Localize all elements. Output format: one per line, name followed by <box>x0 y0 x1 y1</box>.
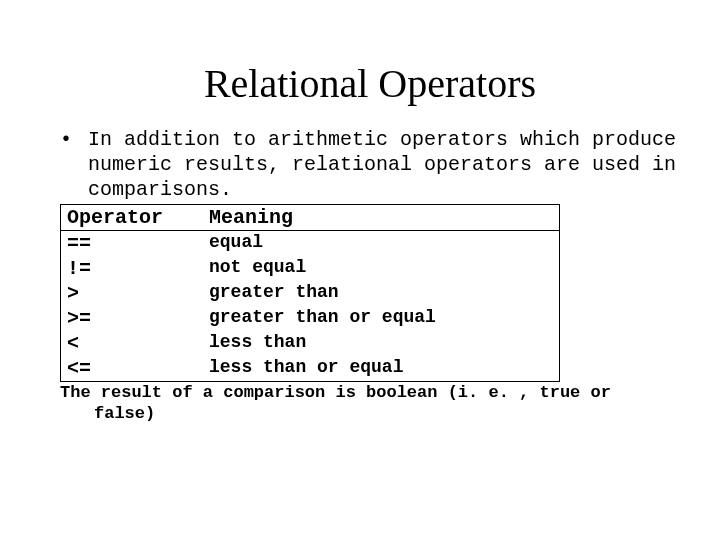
cell-operator: == <box>61 231 204 257</box>
footnote: The result of a comparison is boolean (i… <box>60 382 680 425</box>
cell-operator: > <box>61 281 204 306</box>
cell-operator: >= <box>61 306 204 331</box>
cell-meaning: not equal <box>203 256 560 281</box>
bullet-text: In addition to arithmetic operators whic… <box>88 127 680 202</box>
operators-table-wrap: Operator Meaning == equal != not equal > <box>60 204 560 382</box>
table-row: < less than <box>61 331 560 356</box>
table-row: == equal <box>61 231 560 257</box>
cell-operator: != <box>61 256 204 281</box>
cell-meaning: greater than <box>203 281 560 306</box>
header-meaning: Meaning <box>203 205 560 231</box>
cell-meaning: equal <box>203 231 560 257</box>
slide-title: Relational Operators <box>60 60 680 107</box>
operators-table: Operator Meaning == equal != not equal > <box>60 204 560 382</box>
bullet-dot: • <box>60 127 88 202</box>
cell-operator: < <box>61 331 204 356</box>
table-row: != not equal <box>61 256 560 281</box>
slide: Relational Operators • In addition to ar… <box>0 0 720 540</box>
footnote-text: The result of a comparison is boolean (i… <box>60 382 680 425</box>
table-row: > greater than <box>61 281 560 306</box>
table-header-row: Operator Meaning <box>61 205 560 231</box>
bullet-item: • In addition to arithmetic operators wh… <box>60 127 680 202</box>
cell-meaning: less than <box>203 331 560 356</box>
slide-body: • In addition to arithmetic operators wh… <box>60 127 680 425</box>
cell-operator: <= <box>61 356 204 382</box>
table-row: >= greater than or equal <box>61 306 560 331</box>
table-row: <= less than or equal <box>61 356 560 382</box>
header-operator: Operator <box>61 205 204 231</box>
cell-meaning: less than or equal <box>203 356 560 382</box>
cell-meaning: greater than or equal <box>203 306 560 331</box>
